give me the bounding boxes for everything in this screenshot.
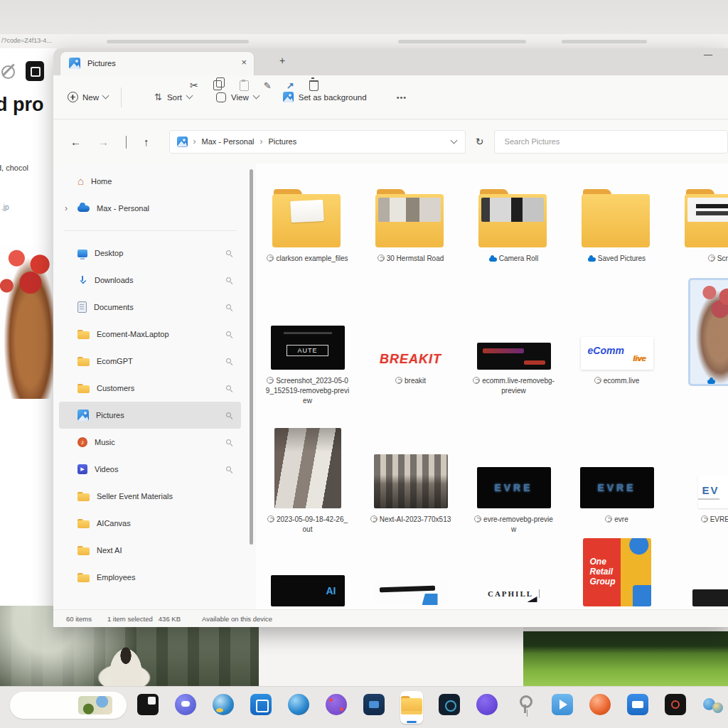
- file-item[interactable]: EVREevre: [565, 427, 668, 535]
- breadcrumb[interactable]: › Max - Personal › Pictures: [169, 130, 466, 154]
- folder-icon: [77, 384, 90, 393]
- thumbnail-zone: CAPHILL: [462, 539, 565, 606]
- sidebar-item-documents[interactable]: Documents: [59, 294, 241, 321]
- tab-title: Pictures: [87, 59, 116, 68]
- sidebar-item-label: Next AI: [97, 546, 122, 555]
- file-item[interactable]: Next-AI-2023-770x513: [359, 427, 462, 535]
- view-button[interactable]: View: [216, 92, 259, 102]
- taskbar: [0, 686, 728, 728]
- refresh-button[interactable]: ↻: [476, 136, 484, 147]
- file-item[interactable]: [668, 539, 728, 606]
- thumbnail-zone: [668, 176, 728, 247]
- sidebar-item-aicanvas[interactable]: AICanvas: [59, 510, 241, 537]
- notebook-app-icon[interactable]: [26, 61, 44, 81]
- scrollbar[interactable]: [250, 169, 253, 545]
- ecomm-logo-thumbnail: eCommlive: [581, 337, 653, 370]
- sidebar-item-ecomgpt[interactable]: EcomGPT: [59, 348, 241, 375]
- outlook-app-icon[interactable]: [626, 691, 649, 724]
- sidebar-item-customers[interactable]: Customers: [59, 375, 241, 402]
- skype-app-icon[interactable]: [287, 691, 310, 724]
- file-item[interactable]: Saved Pictures: [565, 176, 668, 264]
- forward-button[interactable]: →: [98, 136, 109, 148]
- file-label: Saved Pictures: [588, 254, 646, 264]
- thumbnail-zone: One Retail Group: [565, 539, 668, 606]
- background-tab-text: [562, 40, 647, 43]
- file-item[interactable]: ecomm.live-removebg-preview: [462, 313, 565, 406]
- photos-app-icon[interactable]: [250, 691, 272, 724]
- sidebar-item-label: Employees: [97, 573, 135, 582]
- sidebar-item-music[interactable]: ♪Music: [59, 429, 241, 456]
- sort-button[interactable]: ⇅ Sort: [154, 92, 192, 102]
- set-as-background-button[interactable]: Set as background: [283, 92, 367, 102]
- search-box[interactable]: [494, 130, 728, 154]
- recorder-app-icon[interactable]: [664, 691, 687, 724]
- sidebar-item-max-personal[interactable]: ›Max - Personal: [59, 195, 241, 222]
- new-button[interactable]: New: [68, 92, 108, 102]
- new-tab-button[interactable]: +: [279, 55, 285, 66]
- evre-light-thumbnail: EV: [698, 476, 728, 508]
- recent-locations-button[interactable]: [126, 136, 127, 148]
- pictures-icon: [177, 136, 188, 147]
- key-app-icon[interactable]: [513, 691, 536, 724]
- file-item-selected[interactable]: bask: [668, 313, 728, 406]
- file-item[interactable]: 2023-05-09-18-42-26_out: [256, 427, 359, 535]
- breadcrumb-segment-pictures[interactable]: Pictures: [268, 137, 296, 146]
- file-item[interactable]: AUTEScreenshot_2023-05-09_152519-removeb…: [256, 313, 359, 406]
- search-input[interactable]: [495, 131, 728, 153]
- media-app-icon[interactable]: [363, 691, 385, 724]
- sidebar-item-next-ai[interactable]: Next AI: [59, 537, 241, 564]
- sidebar-item-label: AICanvas: [97, 519, 131, 528]
- file-item[interactable]: clarkson example_files: [256, 176, 359, 264]
- sidebar-item-desktop[interactable]: Desktop: [59, 240, 241, 267]
- sidebar-item-home[interactable]: ⌂Home: [59, 168, 241, 195]
- rename-icon[interactable]: ✎: [264, 80, 272, 91]
- up-button[interactable]: ↑: [144, 136, 149, 148]
- desktop-app-icon[interactable]: [136, 691, 159, 724]
- file-item[interactable]: BREAKITbreakit: [359, 313, 462, 406]
- sidebar-item-downloads[interactable]: Downloads: [59, 267, 241, 294]
- widgets-button[interactable]: [10, 692, 127, 719]
- crm-app-icon[interactable]: [325, 691, 348, 724]
- chat-app-icon[interactable]: [174, 691, 197, 724]
- copy-icon[interactable]: [213, 80, 222, 90]
- sidebar-item-pictures[interactable]: Pictures: [59, 402, 241, 429]
- file-explorer-icon[interactable]: [400, 691, 423, 724]
- cut-icon[interactable]: ✂: [190, 80, 198, 91]
- folder-preview: [290, 200, 324, 223]
- delete-icon[interactable]: [309, 80, 318, 91]
- file-item[interactable]: [359, 539, 462, 606]
- address-dropdown-icon[interactable]: [450, 136, 457, 144]
- file-item[interactable]: Camera Roll: [462, 176, 565, 264]
- file-item[interactable]: eCommliveecomm.live: [565, 313, 668, 406]
- loop-app-icon[interactable]: [476, 691, 498, 724]
- file-item[interactable]: 30 Hermstal Road: [359, 176, 462, 264]
- sidebar-item-seller-event-materials[interactable]: Seller Event Materials: [59, 483, 241, 510]
- paste-icon[interactable]: [240, 80, 249, 91]
- file-item[interactable]: Scre: [668, 176, 728, 264]
- file-item[interactable]: CAPHILL: [462, 539, 565, 606]
- file-item[interactable]: AI: [256, 539, 359, 606]
- minimize-button[interactable]: —: [704, 50, 712, 60]
- back-button[interactable]: ←: [70, 136, 81, 148]
- folder-doc-thumbnail: [272, 189, 343, 247]
- sidebar-item-ecoment-maxlaptop[interactable]: Ecoment-MaxLaptop: [59, 321, 241, 348]
- more-options-button[interactable]: •••: [397, 93, 407, 102]
- breadcrumb-segment-onedrive[interactable]: Max - Personal: [202, 137, 255, 146]
- edge-browser-icon[interactable]: [212, 691, 235, 724]
- photos-app-icon: [250, 694, 272, 715]
- file-item[interactable]: EVEVRE 0s: [668, 427, 728, 535]
- file-item[interactable]: EVREevre-removebg-preview: [462, 427, 565, 535]
- close-tab-icon[interactable]: ×: [241, 57, 247, 68]
- sidebar-item-employees[interactable]: Employees: [59, 564, 241, 591]
- movies-app-icon[interactable]: [551, 691, 574, 724]
- file-item[interactable]: One Retail Group: [565, 539, 668, 606]
- cloud-status-icon: [588, 257, 596, 262]
- meet-app-icon[interactable]: [702, 691, 724, 724]
- chevron-expand-icon[interactable]: ›: [65, 203, 68, 213]
- camera-app-icon[interactable]: [438, 691, 461, 724]
- share-icon[interactable]: ↗: [287, 80, 294, 91]
- sidebar-item-videos[interactable]: ▶Videos: [59, 456, 241, 483]
- thumbnail-zone: EVRE: [462, 427, 565, 508]
- firefox-browser-icon[interactable]: [589, 691, 611, 724]
- tab-pictures[interactable]: Pictures ×: [60, 52, 254, 75]
